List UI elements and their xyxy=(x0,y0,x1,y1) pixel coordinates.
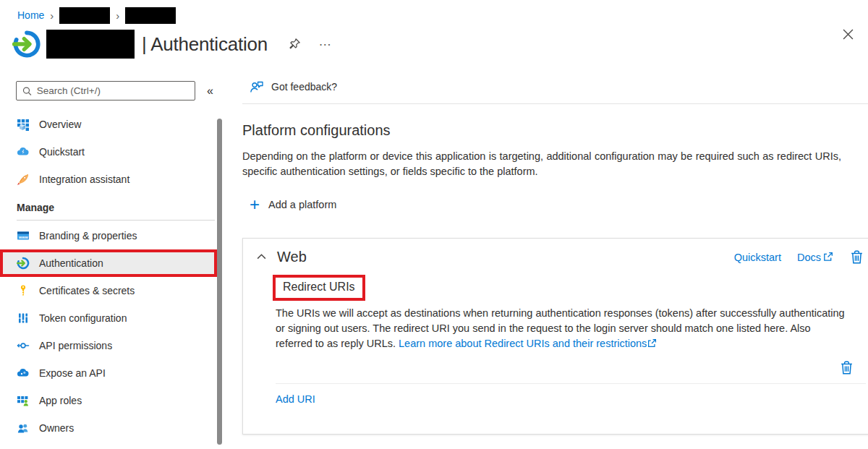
sidebar-item-label: App roles xyxy=(39,395,82,406)
sidebar-item-label: Owners xyxy=(39,422,74,434)
web-card-header: Web Quickstart Docs xyxy=(243,239,868,265)
sidebar-divider xyxy=(17,220,215,221)
sidebar-item-integration-assistant[interactable]: Integration assistant xyxy=(0,166,217,193)
grid-icon xyxy=(17,118,30,131)
sidebar-item-quickstart[interactable]: Quickstart xyxy=(0,138,217,166)
plus-icon: + xyxy=(250,198,260,211)
people-icon xyxy=(17,422,30,435)
sidebar-item-label: Token configuration xyxy=(39,312,127,324)
sidebar-item-label: Authentication xyxy=(39,257,103,269)
redirect-uris-title: Redirect URIs xyxy=(273,275,365,301)
external-link-icon xyxy=(647,338,657,348)
sidebar-item-owners[interactable]: Owners xyxy=(0,414,217,442)
cloud-bolt-icon xyxy=(17,145,30,158)
got-feedback-link[interactable]: Got feedback? xyxy=(271,81,337,93)
pin-icon[interactable] xyxy=(288,38,301,51)
redirect-uris-description: The URIs we will accept as destinations … xyxy=(276,306,847,351)
breadcrumb-home-link[interactable]: Home xyxy=(17,9,44,21)
more-options-icon[interactable]: … xyxy=(318,38,333,51)
feedback-icon xyxy=(250,80,264,94)
sidebar-manage-header: Manage xyxy=(0,198,231,216)
sidebar-item-api-permissions[interactable]: API permissions xyxy=(0,332,217,359)
docs-link-label: Docs xyxy=(797,252,821,263)
sidebar-item-label: Expose an API xyxy=(39,367,106,379)
sidebar: « Overview xyxy=(0,69,231,445)
sidebar-item-label: Certificates & secrets xyxy=(39,285,135,296)
close-icon[interactable] xyxy=(843,29,854,43)
main-panel: Got feedback? Platform configurations De… xyxy=(242,69,868,445)
rocket-icon xyxy=(17,173,30,186)
sidebar-item-certificates-secrets[interactable]: Certificates & secrets xyxy=(0,277,217,304)
external-link-icon xyxy=(822,252,833,262)
content-layout: « Overview xyxy=(0,69,868,445)
web-card-links: Quickstart Docs xyxy=(734,249,864,265)
sidebar-item-token-configuration[interactable]: Token configuration xyxy=(0,304,217,332)
sidebar-item-app-roles[interactable]: App roles xyxy=(0,387,217,414)
add-platform-button[interactable]: + Add a platform xyxy=(242,198,336,211)
sidebar-item-expose-api[interactable]: Expose an API xyxy=(0,359,217,387)
search-icon xyxy=(22,86,32,96)
docs-link[interactable]: Docs xyxy=(797,252,833,263)
key-icon xyxy=(17,284,30,297)
search-input[interactable] xyxy=(37,85,189,96)
add-platform-label: Add a platform xyxy=(268,199,336,210)
sidebar-item-overview[interactable]: Overview xyxy=(0,111,217,138)
sidebar-scrollbar[interactable] xyxy=(217,119,222,445)
quickstart-link[interactable]: Quickstart xyxy=(734,252,781,263)
redirect-uri-row xyxy=(243,351,868,383)
browser-www-icon: www xyxy=(17,229,30,242)
auth-arrow-icon xyxy=(17,257,30,270)
sidebar-item-label: API permissions xyxy=(39,340,112,351)
delete-uri-icon[interactable] xyxy=(839,360,854,375)
sidebar-nav: Overview Quickstart xyxy=(0,111,231,442)
redacted-breadcrumb-item xyxy=(59,7,110,24)
page-title: | Authentication xyxy=(142,33,268,56)
command-bar: Got feedback? xyxy=(242,69,868,104)
chevron-up-icon[interactable] xyxy=(256,252,267,262)
sidebar-item-branding-properties[interactable]: www Branding & properties xyxy=(0,222,217,249)
web-card-title: Web xyxy=(277,249,307,265)
cloud-api-icon xyxy=(17,367,30,380)
sidebar-item-label: Quickstart xyxy=(39,146,85,158)
section-description: Depending on the platform or device this… xyxy=(242,149,841,179)
sidebar-search-row: « xyxy=(16,81,231,101)
sidebar-item-label: Overview xyxy=(39,119,81,130)
card-divider xyxy=(276,383,866,384)
delete-platform-icon[interactable] xyxy=(849,249,864,265)
svg-text:www: www xyxy=(18,235,28,239)
api-permissions-icon xyxy=(17,339,30,352)
breadcrumb-separator: › xyxy=(116,9,119,22)
redacted-app-name xyxy=(46,30,135,59)
page-header: | Authentication … xyxy=(0,27,868,61)
token-bars-icon xyxy=(17,312,30,325)
collapse-sidebar-icon[interactable]: « xyxy=(207,85,213,98)
add-uri-link[interactable]: Add URI xyxy=(276,393,315,405)
sidebar-item-authentication[interactable]: Authentication xyxy=(0,249,217,277)
sidebar-item-label: Integration assistant xyxy=(39,174,129,185)
app-roles-icon xyxy=(17,394,30,407)
section-title: Platform configurations xyxy=(242,122,868,139)
redacted-breadcrumb-item xyxy=(125,7,176,24)
web-platform-card: Web Quickstart Docs xyxy=(242,238,868,435)
annotation-box-authentication xyxy=(0,249,217,277)
search-box xyxy=(16,81,195,101)
sidebar-item-label: Branding & properties xyxy=(39,230,137,241)
learn-more-link[interactable]: Learn more about Redirect URIs and their… xyxy=(399,338,647,349)
app-registration-icon xyxy=(12,30,41,59)
breadcrumb: Home › › xyxy=(0,0,868,24)
breadcrumb-separator: › xyxy=(50,9,54,22)
